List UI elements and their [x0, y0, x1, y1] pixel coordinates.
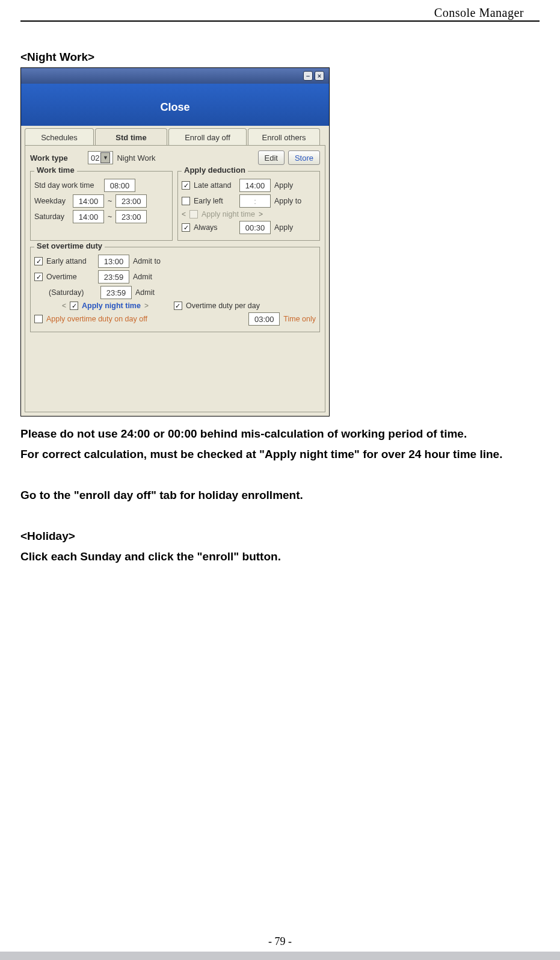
admit-label2: Admit: [135, 288, 155, 297]
arrow-right-icon-2[interactable]: >: [144, 302, 149, 310]
apply-label1: Apply: [274, 181, 293, 190]
page-number: - 79 -: [0, 935, 560, 948]
dayoff-check[interactable]: [34, 315, 43, 323]
apply-deduction-legend: Apply deduction: [182, 166, 248, 175]
work-type-value: 02: [91, 153, 99, 163]
saturday-ot-input[interactable]: 23:59: [100, 286, 132, 299]
admit-label1: Admit: [133, 273, 152, 281]
tab-enroll-day-off[interactable]: Enroll day off: [168, 128, 247, 146]
perday-label: Overtime duty per day: [186, 302, 260, 310]
chevron-down-icon: ▼: [100, 152, 110, 163]
note-line-3: Go to the "enroll day off" tab for holid…: [20, 485, 540, 506]
arrow-right-icon[interactable]: >: [259, 210, 263, 218]
weekday-label: Weekday: [34, 197, 69, 205]
overtime-label: Overtime: [46, 273, 94, 281]
admit-to-label: Admit to: [133, 257, 161, 265]
early-attend-input[interactable]: 13:00: [98, 255, 129, 268]
work-type-select[interactable]: 02 ▼: [88, 151, 113, 164]
late-attend-input[interactable]: 14:00: [239, 179, 271, 192]
perday-check[interactable]: [174, 302, 182, 310]
apply-night-ot-label: Apply night time: [82, 302, 141, 310]
saturday-label: Saturday: [34, 212, 69, 221]
section-night-work: <Night Work>: [20, 51, 540, 64]
dayoff-label: Apply overtime duty on day off: [46, 315, 147, 323]
work-type-name: Night Work: [117, 153, 155, 163]
early-left-check[interactable]: [182, 197, 190, 205]
work-time-group: Work time Std day work time 08:00 Weekda…: [30, 171, 173, 241]
overtime-input[interactable]: 23:59: [98, 270, 129, 283]
weekday-to-input[interactable]: 23:00: [115, 194, 147, 208]
overtime-check[interactable]: [34, 273, 43, 281]
footer-bar: [0, 952, 560, 960]
perday-input[interactable]: 03:00: [248, 312, 280, 326]
early-attend-label: Early attand: [46, 257, 94, 265]
overtime-group: Set overtime duty Early attand 13:00 Adm…: [30, 247, 320, 332]
tilde: ~: [108, 197, 112, 205]
work-type-label: Work type: [30, 153, 84, 163]
section-holiday: <Holiday>: [20, 526, 540, 547]
time-only-label: Time only: [283, 315, 316, 323]
saturday-to-input[interactable]: 23:00: [115, 210, 147, 223]
tab-std-time[interactable]: Std time: [95, 128, 167, 146]
header-rule: [20, 20, 540, 22]
night-check-deduction[interactable]: [189, 210, 198, 218]
tab-schedules[interactable]: Schedules: [25, 128, 94, 146]
embedded-screenshot: – × Close Schedules Std time Enroll day …: [20, 67, 330, 417]
late-attend-check[interactable]: [182, 181, 190, 190]
apply-to-label: Apply to: [274, 197, 301, 205]
panel: Work type 02 ▼ Night Work Edit Store Wor…: [25, 145, 325, 412]
header-title: Console Manager: [434, 6, 524, 20]
apply-night-ot-check[interactable]: [70, 302, 78, 310]
window-titlebar: – ×: [21, 68, 329, 84]
saturday-ot-label: (Saturday): [49, 288, 97, 297]
std-day-label: Std day work time: [34, 181, 100, 190]
always-label: Always: [194, 223, 236, 232]
tilde2: ~: [108, 212, 112, 221]
tab-enroll-others[interactable]: Enroll others: [248, 128, 320, 146]
weekday-from-input[interactable]: 14:00: [73, 194, 104, 208]
minimize-icon[interactable]: –: [303, 71, 313, 81]
apply-night-deduction-label: Apply night time: [202, 210, 255, 218]
store-button[interactable]: Store: [288, 150, 320, 165]
overtime-legend: Set overtime duty: [34, 241, 105, 250]
late-attend-label: Late attand: [194, 181, 236, 190]
arrow-left-icon-2[interactable]: <: [62, 302, 66, 310]
apply-label2: Apply: [274, 223, 293, 232]
apply-deduction-group: Apply deduction Late attand 14:00 Apply …: [177, 171, 320, 241]
always-input[interactable]: 00:30: [239, 221, 271, 234]
early-left-input[interactable]: :: [239, 194, 271, 208]
work-time-legend: Work time: [34, 166, 77, 175]
note-line-2: For correct calculation, must be checked…: [20, 444, 540, 465]
early-attend-check[interactable]: [34, 257, 43, 265]
early-left-label: Early left: [194, 197, 236, 205]
arrow-left-icon[interactable]: <: [182, 210, 186, 218]
note-line-1: Please do not use 24:00 or 00:00 behind …: [20, 424, 540, 444]
always-check[interactable]: [182, 223, 190, 232]
edit-button[interactable]: Edit: [258, 150, 285, 165]
close-button[interactable]: Close: [21, 101, 329, 114]
note-line-4: Click each Sunday and click the "enroll"…: [20, 547, 540, 567]
std-day-input[interactable]: 08:00: [104, 179, 135, 192]
close-icon[interactable]: ×: [315, 71, 324, 81]
saturday-from-input[interactable]: 14:00: [73, 210, 104, 223]
